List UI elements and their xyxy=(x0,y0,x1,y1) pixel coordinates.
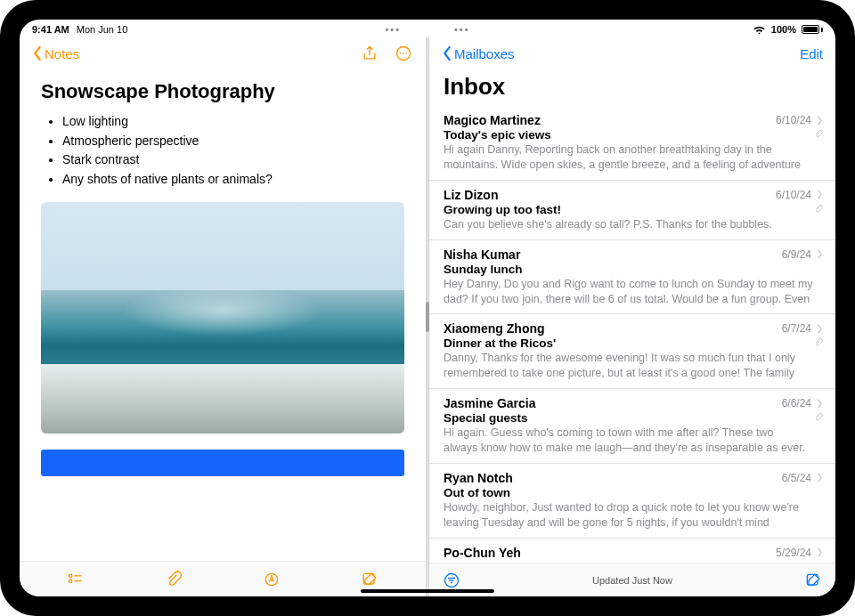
message-row[interactable]: Jasmine Garcia6/6/24Special guestsHi aga… xyxy=(429,389,835,464)
message-sender: Po-Chun Yeh xyxy=(444,546,521,560)
message-sender: Jasmine Garcia xyxy=(444,396,536,410)
message-preview: Hey Danny, Do you and Rigo want to come … xyxy=(444,277,818,307)
notes-pane: Notes Snowscape Photography Low l xyxy=(20,37,426,596)
attachment-indicator-icon xyxy=(814,337,823,348)
wifi-icon xyxy=(753,25,766,35)
message-subject: Sunday lunch xyxy=(444,263,818,276)
message-row[interactable]: Nisha Kumar6/9/24Sunday lunchHey Danny, … xyxy=(429,240,835,315)
note-content[interactable]: Snowscape Photography Low lighting Atmos… xyxy=(20,69,426,561)
message-date: 5/29/24 xyxy=(776,547,811,559)
mailboxes-back-button[interactable]: Mailboxes xyxy=(442,45,515,61)
message-sender: Ryan Notch xyxy=(444,471,513,485)
message-date: 6/9/24 xyxy=(782,248,811,261)
attachment-indicator-icon xyxy=(814,129,823,140)
inbox-title: Inbox xyxy=(429,69,835,106)
message-date: 6/10/24 xyxy=(776,189,811,201)
status-date: Mon Jun 10 xyxy=(77,24,127,35)
chevron-right-icon xyxy=(817,399,823,409)
message-list[interactable]: Magico Martinez6/10/24Today's epic views… xyxy=(429,106,835,563)
message-subject: Special guests xyxy=(444,411,809,425)
message-preview: Howdy, neighbor, Just wanted to drop a q… xyxy=(444,500,818,531)
notes-back-label: Notes xyxy=(45,46,79,61)
more-icon[interactable] xyxy=(394,44,413,63)
note-secondary-image[interactable] xyxy=(41,450,404,476)
mail-navbar: Mailboxes Edit xyxy=(429,37,835,69)
note-bullet-list: Low lighting Atmospheric perspective Sta… xyxy=(41,112,404,190)
message-preview: Danny, Thanks for the awesome evening! I… xyxy=(444,351,809,381)
message-preview: Can you believe she's already so tall? P… xyxy=(444,217,809,232)
chevron-right-icon xyxy=(817,249,823,259)
note-bullet: Any shots of native plants or animals? xyxy=(62,170,404,190)
message-sender: Xiaomeng Zhong xyxy=(444,321,545,336)
message-preview: Hi again. Guess who's coming to town wit… xyxy=(444,426,809,456)
battery-icon xyxy=(802,25,823,34)
svg-point-6 xyxy=(69,580,72,582)
svg-point-1 xyxy=(400,53,402,54)
note-bullet: Low lighting xyxy=(62,112,404,132)
compose-note-icon[interactable] xyxy=(360,570,379,589)
multitask-dots-left[interactable]: ••• xyxy=(385,24,401,35)
mail-status-text: Updated Just Now xyxy=(461,575,803,586)
attachment-indicator-icon xyxy=(814,204,823,215)
multitask-dots-right[interactable]: ••• xyxy=(454,24,470,35)
message-subject: Out of town xyxy=(444,486,818,499)
note-bullet: Atmospheric perspective xyxy=(62,132,404,151)
filter-icon[interactable] xyxy=(442,571,461,590)
message-subject: Growing up too fast! xyxy=(444,203,809,216)
notes-navbar: Notes xyxy=(20,37,426,69)
share-icon[interactable] xyxy=(360,44,379,63)
battery-percent: 100% xyxy=(771,24,796,35)
message-sender: Magico Martinez xyxy=(444,113,541,127)
mail-back-label: Mailboxes xyxy=(454,46,515,61)
chevron-right-icon xyxy=(817,473,823,482)
message-date: 6/6/24 xyxy=(782,397,811,409)
chevron-right-icon xyxy=(817,116,823,126)
chevron-right-icon xyxy=(817,190,823,199)
mail-edit-button[interactable]: Edit xyxy=(800,46,823,61)
notes-back-button[interactable]: Notes xyxy=(32,45,79,61)
status-bar: 9:41 AM Mon Jun 10 ••• ••• 100% xyxy=(20,20,835,37)
note-bullet: Stark contrast xyxy=(62,150,404,170)
compose-mail-icon[interactable] xyxy=(803,571,823,590)
attachment-icon[interactable] xyxy=(164,570,183,589)
mail-pane: Mailboxes Edit Inbox Magico Martinez6/10… xyxy=(429,37,835,596)
message-row[interactable]: Po-Chun Yeh5/29/24Lunch call? xyxy=(429,539,835,563)
note-attached-image[interactable] xyxy=(41,202,404,434)
message-date: 6/5/24 xyxy=(782,472,811,484)
svg-point-3 xyxy=(406,53,408,54)
message-subject: Today's epic views xyxy=(444,128,809,142)
message-row[interactable]: Magico Martinez6/10/24Today's epic views… xyxy=(429,106,835,181)
message-row[interactable]: Ryan Notch6/5/24Out of townHowdy, neighb… xyxy=(429,464,835,539)
message-row[interactable]: Xiaomeng Zhong6/7/24Dinner at the Ricos'… xyxy=(429,314,835,389)
checklist-icon[interactable] xyxy=(66,570,86,589)
message-date: 6/10/24 xyxy=(776,114,811,126)
message-subject: Dinner at the Ricos' xyxy=(444,336,809,350)
chevron-right-icon xyxy=(817,547,823,557)
message-preview: Hi again Danny, Reporting back on anothe… xyxy=(444,142,809,173)
svg-point-4 xyxy=(69,574,72,577)
markup-icon[interactable] xyxy=(262,570,281,589)
message-date: 6/7/24 xyxy=(782,322,811,335)
home-indicator[interactable] xyxy=(361,589,494,593)
message-row[interactable]: Liz Dizon6/10/24Growing up too fast!Can … xyxy=(429,181,835,240)
message-sender: Nisha Kumar xyxy=(444,247,520,262)
message-sender: Liz Dizon xyxy=(444,188,498,202)
svg-point-2 xyxy=(403,53,404,54)
note-title: Snowscape Photography xyxy=(41,80,404,103)
status-time: 9:41 AM xyxy=(32,24,69,35)
attachment-indicator-icon xyxy=(814,412,823,423)
chevron-right-icon xyxy=(817,324,823,334)
message-subject: Lunch call? xyxy=(444,561,818,563)
